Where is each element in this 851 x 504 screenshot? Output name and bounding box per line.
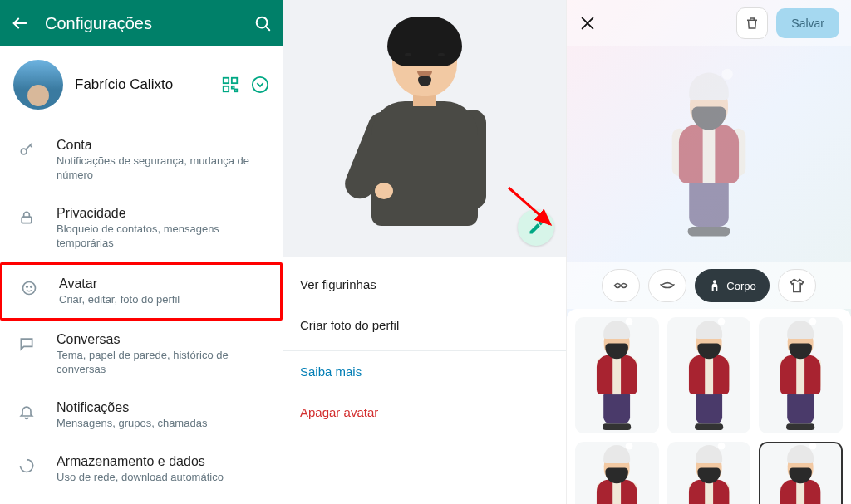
tab-body[interactable]: Corpo [695, 269, 770, 302]
view-stickers-button[interactable]: Ver figurinhas [283, 264, 566, 305]
avatar-preview [283, 0, 566, 257]
create-profile-photo-button[interactable]: Criar foto do perfil [283, 305, 566, 345]
svg-point-12 [27, 286, 28, 287]
search-icon[interactable] [253, 13, 273, 33]
pose-option[interactable] [575, 442, 659, 504]
svg-rect-5 [224, 86, 229, 91]
profile-info: Fabrício Calixto [75, 76, 209, 93]
key-icon [17, 139, 37, 159]
settings-item-desc: Mensagens, grupos, chamadas [57, 417, 269, 431]
settings-item-avatar[interactable]: Avatar Criar, editar, foto do perfil [0, 262, 283, 321]
pose-option[interactable] [575, 317, 659, 433]
svg-point-11 [23, 281, 36, 294]
tab-lips[interactable] [602, 269, 640, 302]
svg-point-9 [21, 149, 27, 154]
pose-option-selected[interactable] [759, 442, 843, 504]
settings-item-title: Armazenamento e dados [57, 454, 269, 469]
avatar-panel: Ver figurinhas Criar foto do perfil Saib… [283, 0, 567, 504]
pose-option[interactable] [759, 317, 843, 433]
svg-rect-7 [235, 90, 238, 92]
pose-grid [567, 309, 851, 504]
learn-more-link[interactable]: Saiba mais [283, 350, 566, 392]
qr-code-icon[interactable] [221, 76, 239, 94]
svg-point-17 [713, 280, 716, 283]
settings-item-account[interactable]: Conta Notificações de segurança, mudança… [0, 126, 283, 194]
edit-avatar-button[interactable] [518, 209, 554, 246]
settings-item-title: Conta [57, 138, 269, 153]
settings-item-chats[interactable]: Conversas Tema, papel de parede, históri… [0, 321, 283, 389]
back-button[interactable] [10, 13, 30, 33]
pose-option[interactable] [667, 317, 751, 433]
settings-item-title: Notificações [57, 400, 269, 415]
delete-button[interactable] [736, 7, 768, 39]
settings-item-title: Privacidade [57, 206, 269, 221]
settings-item-desc: Bloqueio de contatos, mensagens temporár… [57, 223, 269, 251]
tab-facial-hair[interactable] [648, 269, 686, 302]
svg-line-2 [266, 27, 269, 30]
category-tabs: Corpo [567, 262, 851, 309]
settings-title: Configurações [45, 14, 238, 33]
avatar-options-list: Ver figurinhas Criar foto do perfil Saib… [283, 257, 566, 433]
settings-item-desc: Notificações de segurança, mudança de nú… [57, 154, 269, 183]
settings-header: Configurações [0, 0, 283, 46]
avatar-editor-illustration [668, 73, 750, 237]
editor-topbar: Salvar [567, 0, 851, 46]
settings-item-privacy[interactable]: Privacidade Bloqueio de contatos, mensag… [0, 194, 283, 262]
profile-row[interactable]: Fabrício Calixto [0, 46, 283, 123]
editor-preview [567, 46, 851, 262]
avatar-editor-panel: Salvar Corpo [567, 0, 851, 504]
lock-icon [17, 208, 37, 228]
avatar-illustration [350, 17, 499, 257]
svg-rect-3 [224, 78, 229, 83]
avatar-face-icon [19, 278, 39, 298]
settings-item-notifications[interactable]: Notificações Mensagens, grupos, chamadas [0, 389, 283, 443]
svg-rect-10 [22, 217, 32, 223]
settings-item-storage[interactable]: Armazenamento e dados Uso de rede, downl… [0, 443, 283, 497]
settings-list: Conta Notificações de segurança, mudança… [0, 123, 283, 497]
data-usage-icon [17, 456, 37, 476]
save-button[interactable]: Salvar [776, 8, 839, 38]
profile-photo [13, 60, 63, 110]
bell-icon [17, 402, 37, 422]
settings-panel: Configurações Fabrício Calixto Conta Not [0, 0, 283, 504]
pose-option[interactable] [667, 442, 751, 504]
chevron-down-circle-icon[interactable] [251, 76, 269, 94]
svg-point-8 [253, 77, 268, 92]
svg-point-13 [31, 286, 32, 287]
svg-rect-4 [232, 78, 237, 83]
settings-item-title: Avatar [59, 276, 267, 291]
settings-item-desc: Uso de rede, download automático [57, 471, 269, 485]
settings-item-title: Conversas [57, 332, 269, 347]
settings-item-desc: Criar, editar, foto do perfil [59, 293, 267, 307]
delete-avatar-button[interactable]: Apagar avatar [283, 392, 566, 433]
tab-outfit[interactable] [778, 269, 816, 302]
settings-item-desc: Tema, papel de parede, histórico de conv… [57, 349, 269, 377]
tab-body-label: Corpo [726, 280, 755, 292]
profile-name: Fabrício Calixto [75, 76, 209, 93]
close-button[interactable] [578, 14, 597, 32]
chat-icon [17, 334, 37, 354]
svg-rect-6 [232, 86, 234, 89]
